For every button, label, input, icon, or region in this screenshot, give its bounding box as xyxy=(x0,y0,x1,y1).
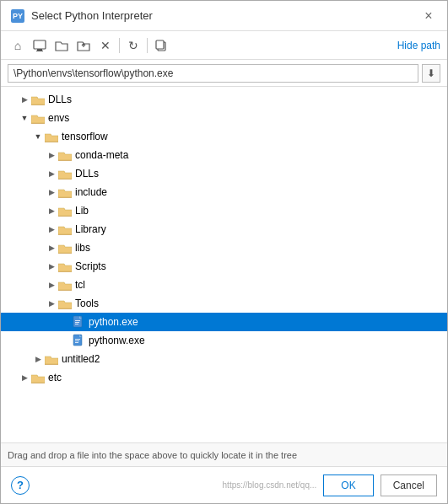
tree-item-label: untitled2 xyxy=(62,353,100,365)
svg-rect-16 xyxy=(75,342,78,343)
title-bar-left: PY Select Python Interpreter xyxy=(11,9,153,23)
chevron-icon: ▶ xyxy=(31,352,45,366)
tree-item-include[interactable]: ▶ include xyxy=(1,183,447,201)
chevron-icon: ▶ xyxy=(45,185,58,199)
chevron-icon: ▶ xyxy=(18,371,31,384)
tree-item-label: Library xyxy=(75,223,106,235)
folder-icon xyxy=(31,112,45,124)
desktop-button[interactable] xyxy=(30,35,50,56)
folder-icon xyxy=(58,223,72,235)
folder-icon xyxy=(58,260,72,272)
chevron-icon: ▼ xyxy=(18,111,31,125)
tree-item-label: include xyxy=(75,186,107,198)
folder-icon xyxy=(58,149,72,161)
folder-icon xyxy=(45,353,58,365)
tree-item-label: Lib xyxy=(75,205,89,217)
tree-item-tcl[interactable]: ▶ tcl xyxy=(1,276,447,294)
tree-item-scripts[interactable]: ▶ Scripts xyxy=(1,257,447,276)
tree-item-label: tensorflow xyxy=(62,131,108,142)
svg-rect-9 xyxy=(75,322,79,323)
tree-item-label: Tools xyxy=(75,298,99,309)
svg-rect-4 xyxy=(156,40,164,49)
refresh-button[interactable]: ↻ xyxy=(123,35,143,56)
tree-item-label: DLLs xyxy=(48,94,72,105)
folder-icon xyxy=(31,94,45,105)
folder-button[interactable] xyxy=(51,35,72,56)
tree-item-dlls-inner[interactable]: ▶ DLLs xyxy=(1,164,447,183)
chevron-icon: ▼ xyxy=(31,130,45,143)
chevron-icon: ▶ xyxy=(45,167,58,180)
pythonw-file-icon xyxy=(72,334,85,347)
tree-item-envs[interactable]: ▼ envs xyxy=(1,109,447,127)
home-button[interactable]: ⌂ xyxy=(8,35,28,56)
folder-icon xyxy=(58,298,72,309)
tree-item-etc[interactable]: ▶ etc xyxy=(1,368,447,387)
title-bar: PY Select Python Interpreter × xyxy=(1,1,447,31)
chevron-icon: ▶ xyxy=(45,278,58,292)
chevron-icon: ▶ xyxy=(45,148,58,162)
footer-right: https://blog.csdn.net/qq... OK Cancel xyxy=(223,475,437,496)
cancel-button[interactable]: Cancel xyxy=(381,475,437,496)
toolbar-separator xyxy=(119,38,120,53)
toolbar: ⌂ ✕ ↻ Hide path xyxy=(1,31,447,60)
tree-item-library[interactable]: ▶ Library xyxy=(1,220,447,239)
hide-path-link[interactable]: Hide path xyxy=(397,40,440,51)
chevron-icon: ▶ xyxy=(45,260,58,273)
path-bar: ⬇ xyxy=(1,60,447,87)
svg-rect-8 xyxy=(75,320,80,321)
svg-rect-0 xyxy=(34,40,46,49)
tree-item-label: etc xyxy=(48,372,62,383)
svg-rect-14 xyxy=(75,339,80,340)
help-button[interactable]: ? xyxy=(11,476,30,495)
tree-item-label: python.exe xyxy=(89,316,138,328)
select-python-interpreter-dialog: PY Select Python Interpreter × ⌂ ✕ ↻ Hid… xyxy=(0,0,448,504)
svg-rect-1 xyxy=(37,49,42,51)
tree-item-lib[interactable]: ▶ Lib xyxy=(1,201,447,220)
footer: ? https://blog.csdn.net/qq... OK Cancel xyxy=(1,466,447,503)
chevron-icon: ▶ xyxy=(45,204,58,217)
chevron-icon: ▶ xyxy=(45,241,58,255)
status-text: Drag and drop a file into the space abov… xyxy=(8,450,297,460)
folder-icon xyxy=(58,205,72,217)
tree-item-label: conda-meta xyxy=(75,149,128,161)
path-input[interactable] xyxy=(8,64,418,83)
status-bar: Drag and drop a file into the space abov… xyxy=(1,442,447,466)
tree-item-libs[interactable]: ▶ libs xyxy=(1,239,447,257)
file-tree: ▶ DLLs ▼ envs ▼ tensorflow ▶ xyxy=(1,87,447,442)
tree-item-tools[interactable]: ▶ Tools xyxy=(1,294,447,313)
folder-icon xyxy=(31,372,45,383)
ok-button[interactable]: OK xyxy=(323,475,373,496)
tree-item-label: pythonw.exe xyxy=(89,335,145,346)
python-file-icon xyxy=(72,315,85,329)
svg-rect-10 xyxy=(75,324,78,324)
tree-item-pythonw-exe[interactable]: ▶ pythonw.exe xyxy=(1,331,447,350)
dialog-title: Select Python Interpreter xyxy=(31,9,153,22)
folder-icon xyxy=(58,186,72,198)
tree-item-label: DLLs xyxy=(75,168,99,180)
chevron-icon: ▶ xyxy=(45,223,58,236)
tree-item-python-exe[interactable]: ▶ python.exe xyxy=(1,313,447,331)
folder-up-button[interactable] xyxy=(73,35,94,56)
toolbar-separator-2 xyxy=(147,38,148,53)
chevron-icon: ▶ xyxy=(45,297,58,310)
watermark-text: https://blog.csdn.net/qq... xyxy=(223,480,317,490)
tree-item-dlls[interactable]: ▶ DLLs xyxy=(1,90,447,109)
download-button[interactable]: ⬇ xyxy=(422,64,440,83)
tree-item-label: libs xyxy=(75,242,90,254)
close-button[interactable]: × xyxy=(420,8,437,24)
folder-icon xyxy=(58,279,72,291)
folder-icon xyxy=(58,168,72,180)
folder-icon xyxy=(58,242,72,254)
folder-icon xyxy=(45,131,58,142)
copy-button[interactable] xyxy=(151,35,171,56)
tree-item-conda-meta[interactable]: ▶ conda-meta xyxy=(1,146,447,164)
delete-button[interactable]: ✕ xyxy=(95,35,116,56)
tree-item-label: envs xyxy=(48,112,69,124)
chevron-icon: ▶ xyxy=(18,93,31,106)
svg-rect-2 xyxy=(36,51,43,51)
tree-item-tensorflow[interactable]: ▼ tensorflow xyxy=(1,127,447,146)
tree-item-label: tcl xyxy=(75,279,85,291)
tree-item-untitled2[interactable]: ▶ untitled2 xyxy=(1,350,447,368)
svg-rect-15 xyxy=(75,340,79,341)
tree-item-label: Scripts xyxy=(75,260,106,272)
